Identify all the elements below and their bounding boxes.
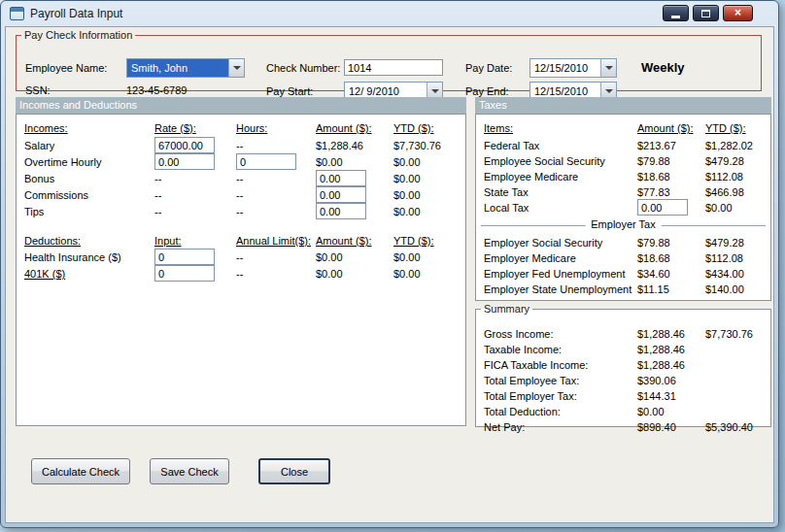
local-tax-ytd: $0.00 [705,202,733,214]
close-icon: × [734,6,741,20]
close-check-button[interactable]: Close [258,458,330,484]
commissions-hours-value: -- [236,189,243,201]
employee-ss-label: Employee Social Security [484,155,605,167]
annual-limit-header: Annual Limit($): [236,235,311,247]
health-insurance-ytd-value: $0.00 [393,251,421,263]
check-number-label: Check Number: [266,62,340,74]
total-employer-tax-value: $144.31 [637,390,676,402]
net-pay-label: Net Pay: [484,421,525,433]
save-check-button[interactable]: Save Check [150,458,229,484]
overtime-label: Overtime Hourly [24,156,101,168]
app-icon [10,7,24,20]
overtime-hours-input[interactable] [236,153,296,170]
minimize-icon [671,16,680,18]
k401-ytd-value: $0.00 [393,268,421,280]
health-insurance-annual-value: -- [236,251,243,263]
deduction-amount-header: Amount ($): [316,235,371,247]
salary-amount-value: $1,288.46 [316,140,363,151]
bonus-label: Bonus [24,173,54,184]
ssn-value: 123-45-6789 [126,84,187,96]
employer-ss-ytd: $479.28 [705,237,744,249]
total-employee-tax-label: Total Employee Tax: [484,375,579,386]
bonus-hours-value: -- [236,173,243,184]
k401-input[interactable] [154,265,215,282]
ytd-header: YTD ($): [393,122,434,134]
calculate-check-button[interactable]: Calculate Check [31,458,130,484]
input-header: Input: [154,235,182,247]
pay-date-datepicker[interactable]: 12/15/2010 [529,58,617,78]
pay-frequency-label: Weekly [641,60,685,75]
tips-rate-value: -- [154,206,161,217]
tips-hours-value: -- [236,206,243,217]
deductions-header: Deductions: [24,235,81,247]
employee-medicare-label: Employee Medicare [484,171,578,183]
total-employee-tax-value: $390.06 [637,375,676,386]
taxable-income-value: $1,288.46 [637,344,685,355]
minimize-button[interactable] [663,5,689,21]
paycheck-info-group: Pay Check Information Employee Name: Smi… [16,29,762,91]
health-insurance-input[interactable] [154,249,215,265]
employee-medicare-ytd: $112.08 [705,171,743,183]
fica-taxable-income-label: FICA Taxable Income: [484,359,588,371]
check-number-input[interactable] [344,59,443,76]
tax-ytd-header: YTD ($): [705,122,746,134]
rate-header: Rate ($): [154,122,196,134]
federal-tax-label: Federal Tax [484,140,539,151]
maximize-button[interactable] [693,5,719,21]
salary-rate-input[interactable] [154,137,215,153]
incomes-deductions-panel: Incomes: Rate ($): Hours: Amount ($): YT… [16,114,466,426]
employer-medicare-ytd: $112.08 [705,252,743,264]
total-deduction-value: $0.00 [637,406,665,417]
section-header-taxes: Taxes [475,97,771,114]
summary-group: Summary Gross Income: $1,288.46 $7,730.7… [475,303,771,427]
tips-amount-input[interactable] [316,203,366,219]
tips-ytd-value: $0.00 [393,206,421,217]
maximize-icon [701,10,710,17]
total-employer-tax-label: Total Employer Tax: [484,390,577,402]
employee-medicare-amount: $18.68 [637,171,670,183]
window-controls: × [663,5,753,21]
deduction-ytd-header: YTD ($): [393,235,434,247]
incomes-header: Incomes: [24,122,68,134]
overtime-ytd-value: $0.00 [393,156,421,168]
salary-label: Salary [24,140,54,151]
employer-medicare-label: Employer Medicare [484,252,576,264]
local-tax-label: Local Tax [484,202,529,214]
state-tax-label: State Tax [484,186,529,198]
tips-label: Tips [24,206,44,217]
bonus-ytd-value: $0.00 [393,173,421,184]
employee-name-combobox[interactable]: Smith, John [126,58,245,78]
employer-state-unemployment-amount: $11.15 [637,283,669,295]
fica-taxable-income-value: $1,288.46 [637,359,685,371]
k401-annual-value: -- [236,268,243,280]
state-tax-ytd: $466.98 [705,186,744,198]
employer-ss-amount: $79.88 [637,237,670,249]
gross-income-value: $1,288.46 [637,328,685,340]
salary-ytd-value: $7,730.76 [393,140,441,151]
payroll-window: Payroll Data Input × Pay Check Informati… [0,0,779,528]
health-insurance-label: Health Insurance ($) [24,251,121,263]
employee-ss-amount: $79.88 [637,155,670,167]
employee-name-dropdown-icon [228,59,244,77]
ssn-label: SSN: [25,84,51,96]
total-deduction-label: Total Deduction: [484,406,561,417]
overtime-rate-input[interactable] [154,153,215,170]
health-insurance-amount-value: $0.00 [316,251,343,263]
titlebar: Payroll Data Input × [1,1,778,26]
employer-state-unemployment-label: Employer State Unemployment [484,283,631,295]
pay-date-dropdown-icon [600,59,616,77]
local-tax-input[interactable] [637,199,688,216]
k401-link[interactable]: 401K ($) [24,268,65,280]
window-close-button[interactable]: × [723,5,753,21]
tax-items-header: Items: [484,122,513,134]
taxable-income-label: Taxable Income: [484,344,562,355]
commissions-ytd-value: $0.00 [393,189,421,201]
commissions-amount-input[interactable] [316,186,366,203]
bonus-amount-input[interactable] [316,170,366,186]
employee-ss-ytd: $479.28 [705,155,744,167]
commissions-label: Commissions [24,189,88,201]
summary-legend: Summary [481,303,532,315]
employer-fed-unemployment-ytd: $434.00 [705,268,744,280]
window-title: Payroll Data Input [30,7,122,20]
k401-amount-value: $0.00 [316,268,343,280]
